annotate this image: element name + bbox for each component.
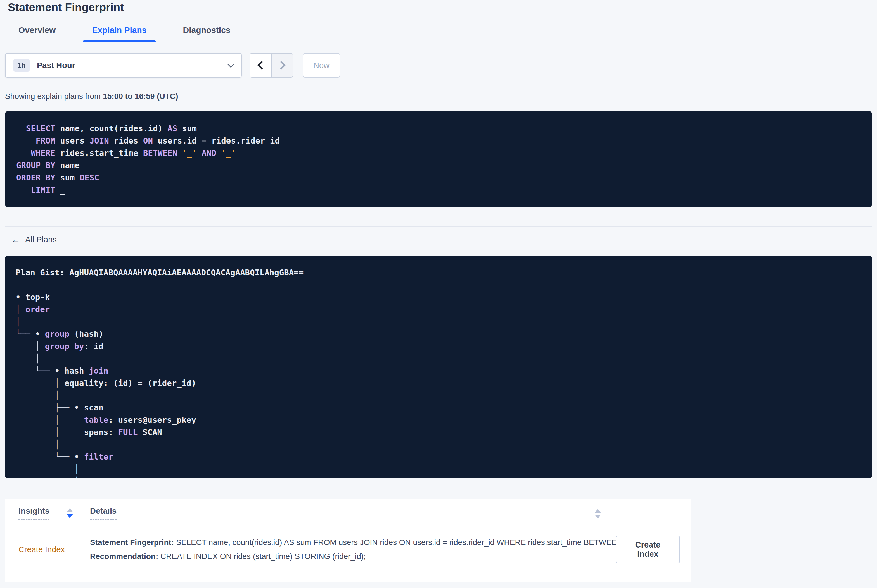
section-divider [5, 226, 872, 227]
details-column-header: Details [84, 507, 680, 520]
prev-interval-button[interactable] [250, 54, 271, 77]
sort-desc-icon [67, 514, 73, 518]
back-arrow-icon: ← [11, 234, 20, 245]
row-action-cell: Create Index [616, 536, 680, 563]
showing-prefix: Showing explain plans from [5, 92, 103, 100]
chevron-left-icon [257, 61, 266, 69]
details-sort-control[interactable] [595, 509, 601, 519]
chevron-right-icon [277, 61, 285, 69]
create-index-button[interactable]: Create Index [616, 536, 680, 563]
time-range-badge: 1h [14, 59, 30, 72]
plan-gist-value: AgHUAQIABQAAAAHYAQIAiAEAAAADCQACAgAABQIL… [69, 268, 304, 277]
tab-explain-plans[interactable]: Explain Plans [83, 25, 155, 42]
statement-fingerprint-line: Statement Fingerprint: SELECT name, coun… [90, 536, 616, 549]
showing-range-text: Showing explain plans from 15:00 to 16:5… [5, 92, 872, 101]
insights-sort-control[interactable] [67, 508, 73, 518]
tab-bar: Overview Explain Plans Diagnostics [5, 25, 872, 42]
insight-details-cell: Statement Fingerprint: SELECT name, coun… [84, 536, 616, 563]
all-plans-label: All Plans [25, 234, 57, 245]
time-range-dropdown[interactable]: 1h Past Hour [5, 53, 242, 78]
page-title: Statement Fingerprint [8, 0, 872, 14]
recommendation-text: CREATE INDEX ON rides (start_time) STORI… [158, 552, 366, 561]
now-button[interactable]: Now [303, 53, 340, 78]
sort-asc-icon [67, 508, 73, 512]
plan-gist-block: Plan Gist: AgHUAQIABQAAAAHYAQIAiAEAAAADC… [5, 256, 872, 478]
insight-type-link[interactable]: Create Index [18, 545, 84, 554]
insights-header-label[interactable]: Insights [18, 507, 50, 520]
insights-table-card: Insights Details Create Index Statement … [5, 499, 691, 582]
chevron-down-icon [227, 61, 234, 68]
table-row: Create Index Statement Fingerprint: SELE… [5, 526, 691, 573]
fingerprint-label: Statement Fingerprint: [90, 538, 174, 547]
showing-range: 15:00 to 16:59 (UTC) [103, 92, 178, 100]
recommendation-label: Recommendation: [90, 552, 158, 561]
insights-table-header: Insights Details [5, 499, 691, 526]
tab-diagnostics[interactable]: Diagnostics [174, 25, 239, 42]
all-plans-link[interactable]: ← All Plans [11, 234, 57, 245]
plan-tree: • top-k│ order│└── • group (hash) │ grou… [16, 291, 861, 478]
plan-gist-label: Plan Gist: [16, 268, 69, 277]
time-controls: 1h Past Hour Now [5, 53, 872, 78]
time-range-value: Past Hour [37, 61, 75, 70]
recommendation-line: Recommendation: CREATE INDEX ON rides (s… [90, 549, 616, 563]
sql-statement-block: SELECT name, count(rides.id) AS sum FROM… [5, 111, 872, 207]
time-pager [250, 53, 293, 78]
insights-column-header: Insights [18, 507, 84, 520]
plan-gist-line: Plan Gist: AgHUAQIABQAAAAHYAQIAiAEAAAADC… [16, 266, 861, 279]
details-header-label[interactable]: Details [90, 507, 117, 520]
fingerprint-text: SELECT name, count(rides.id) AS sum FROM… [174, 538, 616, 547]
next-interval-button[interactable] [271, 54, 293, 77]
sort-desc-icon [595, 514, 601, 519]
tab-overview[interactable]: Overview [9, 25, 65, 42]
sql-code: SELECT name, count(rides.id) AS sum FROM… [16, 122, 861, 196]
card-footer [5, 573, 691, 582]
sort-asc-icon [595, 509, 601, 513]
statement-fingerprint-page: Statement Fingerprint Overview Explain P… [0, 0, 877, 582]
